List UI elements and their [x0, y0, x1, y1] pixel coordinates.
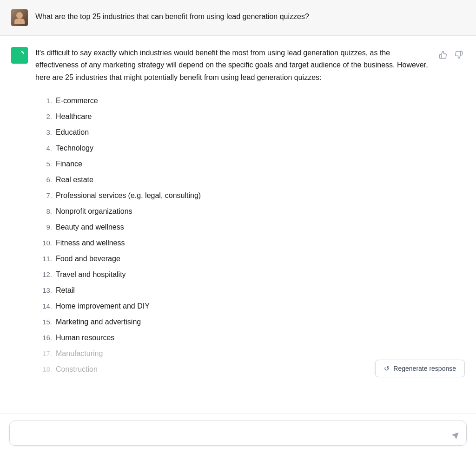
- send-icon: [451, 432, 459, 440]
- item-text: Food and beverage: [56, 253, 120, 264]
- input-container: [9, 421, 467, 447]
- item-text: Fitness and wellness: [56, 237, 125, 249]
- item-number: 9.: [39, 222, 52, 233]
- list-item: 13.Retail: [39, 283, 433, 298]
- item-text: Real estate: [56, 174, 93, 185]
- item-number: 6.: [39, 175, 52, 185]
- ai-response-section: It's difficult to say exactly which indu…: [0, 36, 476, 414]
- item-number: 15.: [39, 317, 52, 328]
- openai-logo-icon: [14, 50, 25, 60]
- list-item: 1.E-commerce: [39, 93, 433, 109]
- item-text: Finance: [56, 158, 82, 170]
- item-text: Healthcare: [56, 111, 92, 122]
- list-item: 6.Real estate: [39, 172, 433, 188]
- item-text: Home improvement and DIY: [56, 301, 150, 312]
- item-text: Nonprofit organizations: [56, 206, 132, 217]
- item-number: 5.: [39, 159, 52, 170]
- item-text: Technology: [56, 143, 93, 154]
- chat-input[interactable]: [9, 421, 467, 446]
- thumbs-up-icon: [439, 51, 447, 59]
- list-item: 15.Marketing and advertising: [39, 314, 433, 330]
- item-text: Professional services (e.g. legal, consu…: [56, 190, 201, 201]
- item-text: Human resources: [56, 332, 114, 343]
- list-item: 9.Beauty and wellness: [39, 219, 433, 235]
- list-item: 5.Finance: [39, 156, 433, 172]
- list-item: 18.Construction: [39, 362, 433, 377]
- list-item: 7.Professional services (e.g. legal, con…: [39, 188, 433, 204]
- feedback-icons: [437, 47, 465, 61]
- ai-content-wrapper: It's difficult to say exactly which indu…: [35, 47, 465, 377]
- item-number: 3.: [39, 127, 52, 138]
- user-question-text: What are the top 25 industries that can …: [35, 9, 309, 22]
- item-number: 2.: [39, 112, 52, 122]
- item-number: 4.: [39, 143, 52, 154]
- regenerate-label: Regenerate response: [393, 365, 456, 372]
- item-number: 18.: [39, 364, 52, 375]
- list-item: 3.Education: [39, 125, 433, 140]
- send-button[interactable]: [449, 430, 461, 442]
- list-item: 4.Technology: [39, 140, 433, 156]
- list-item: 2.Healthcare: [39, 109, 433, 125]
- list-item: 17.Manufacturing: [39, 346, 433, 362]
- list-item: 14.Home improvement and DIY: [39, 298, 433, 314]
- item-number: 8.: [39, 206, 52, 217]
- list-item: 8.Nonprofit organizations: [39, 204, 433, 219]
- item-text: E-commerce: [56, 95, 98, 106]
- thumbs-up-button[interactable]: [437, 49, 449, 61]
- industry-list: 1.E-commerce2.Healthcare3.Education4.Tec…: [35, 93, 433, 377]
- item-text: Education: [56, 127, 89, 138]
- list-item: 16.Human resources: [39, 330, 433, 346]
- item-text: Marketing and advertising: [56, 316, 141, 328]
- list-item: 10.Fitness and wellness: [39, 235, 433, 251]
- item-number: 11.: [39, 254, 52, 264]
- item-number: 1.: [39, 96, 52, 106]
- item-number: 13.: [39, 285, 52, 296]
- regenerate-container: ↺ Regenerate response: [375, 360, 465, 377]
- item-text: Beauty and wellness: [56, 222, 124, 233]
- item-number: 17.: [39, 349, 52, 359]
- item-text: Retail: [56, 285, 75, 296]
- item-number: 12.: [39, 270, 52, 280]
- list-item: 11.Food and beverage: [39, 251, 433, 267]
- list-item: 12.Travel and hospitality: [39, 267, 433, 283]
- user-message-section: What are the top 25 industries that can …: [0, 0, 476, 36]
- item-text: Manufacturing: [56, 348, 103, 359]
- input-area: [0, 414, 476, 454]
- ai-icon: [11, 47, 28, 64]
- thumbs-down-button[interactable]: [453, 49, 465, 61]
- regenerate-button[interactable]: ↺ Regenerate response: [375, 360, 465, 377]
- regenerate-icon: ↺: [384, 365, 390, 372]
- item-number: 14.: [39, 301, 52, 312]
- item-text: Construction: [56, 364, 98, 375]
- ai-content: It's difficult to say exactly which indu…: [35, 47, 433, 377]
- thumbs-down-icon: [455, 51, 463, 59]
- item-text: Travel and hospitality: [56, 269, 126, 280]
- item-number: 16.: [39, 333, 52, 343]
- ai-intro-text: It's difficult to say exactly which indu…: [35, 47, 433, 84]
- item-number: 10.: [39, 238, 52, 249]
- user-avatar: [11, 9, 28, 26]
- item-number: 7.: [39, 191, 52, 201]
